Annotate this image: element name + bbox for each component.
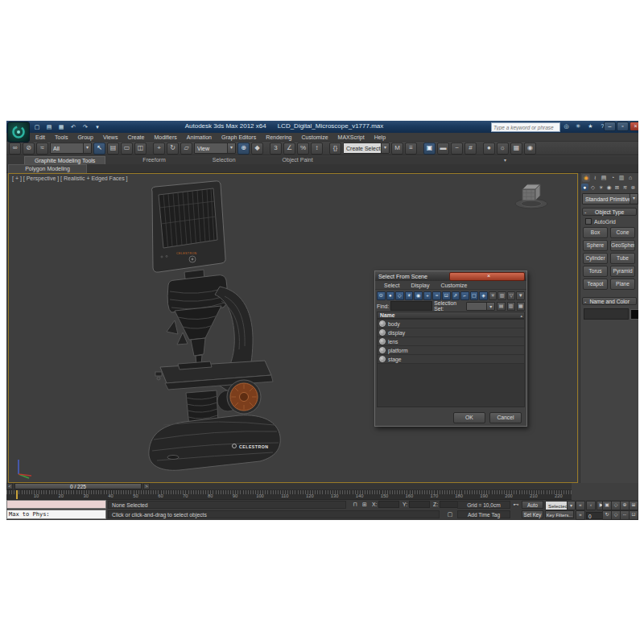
display-bones-icon[interactable]: ⌐ xyxy=(460,291,469,300)
auto-key-button[interactable]: Auto Key xyxy=(522,501,543,509)
reference-coordinate-dropdown[interactable]: View ▾ xyxy=(194,142,236,154)
paste-selection-set-icon[interactable]: ▦ xyxy=(517,302,525,311)
infocenter-search[interactable] xyxy=(491,122,560,132)
percent-snap-icon[interactable]: % xyxy=(297,142,309,155)
align-icon[interactable]: ≡ xyxy=(405,142,417,155)
select-by-name-icon[interactable]: ▤ xyxy=(107,142,119,155)
ribbon-tab[interactable]: Object Paint xyxy=(273,156,323,164)
cameras-category-icon[interactable]: ◉ xyxy=(605,184,613,191)
time-slider-handle[interactable]: 0 / 225 xyxy=(14,483,142,489)
selection-set-dropdown[interactable]: ▾ xyxy=(466,302,495,311)
filter-combinations-icon[interactable]: ▼ xyxy=(516,291,525,300)
viewport-label[interactable]: [ + ] [ Perspective ] [ Realistic + Edge… xyxy=(12,175,128,181)
ok-button[interactable]: OK xyxy=(453,412,485,423)
snaps-toggle-icon[interactable]: 3 xyxy=(270,142,282,155)
minimize-button[interactable]: – xyxy=(604,122,616,131)
filter-selection-icon[interactable]: ▽ xyxy=(507,291,516,300)
use-pivot-center-icon[interactable]: ⊕ xyxy=(237,142,250,155)
menu-item[interactable]: Views xyxy=(98,134,123,140)
communication-center-icon[interactable]: ✳ xyxy=(574,122,583,130)
display-shapes-icon[interactable]: ◇ xyxy=(395,291,404,300)
edit-named-sets-icon[interactable]: {} xyxy=(329,142,341,155)
name-column-header[interactable]: Name ▴ xyxy=(377,312,525,319)
graphite-ribbon-toggle-icon[interactable]: ▬ xyxy=(437,142,449,155)
menu-item[interactable]: Animation xyxy=(182,134,217,140)
display-cameras-icon[interactable]: ◉ xyxy=(414,291,423,300)
maxscript-listener-line[interactable]: Max to Phys: xyxy=(6,510,106,519)
primitive-button[interactable]: Sphere xyxy=(583,240,608,251)
ribbon-tab[interactable]: Freeform xyxy=(133,156,175,164)
menu-item[interactable]: Edit xyxy=(31,134,50,140)
display-groups-icon[interactable]: ⊡ xyxy=(442,291,451,300)
display-materials-icon[interactable]: ◈ xyxy=(479,291,488,300)
time-slider[interactable]: < 0 / 225 > xyxy=(6,483,572,490)
primitive-button[interactable]: Cone xyxy=(610,227,635,238)
zoom-all-icon[interactable]: ⊞ xyxy=(629,501,638,510)
menu-item[interactable]: Rendering xyxy=(261,134,296,140)
primitive-button[interactable]: Plane xyxy=(610,279,635,290)
dialog-menu-item[interactable]: Customize xyxy=(435,283,473,288)
field-of-view-icon[interactable]: ◇ xyxy=(611,501,621,510)
systems-category-icon[interactable]: ⊚ xyxy=(630,184,637,191)
restore-button[interactable]: ▫ xyxy=(617,122,629,131)
lights-category-icon[interactable]: ☀ xyxy=(597,184,605,191)
y-coordinate-field[interactable] xyxy=(409,501,430,508)
display-all-icon[interactable]: ⊙ xyxy=(377,291,386,300)
hierarchy-tab-icon[interactable]: ▤ xyxy=(600,174,608,182)
rendered-frame-window-icon[interactable]: ▦ xyxy=(510,142,522,155)
geometry-category-icon[interactable]: ● xyxy=(581,184,588,191)
modify-tab-icon[interactable]: ≀ xyxy=(591,174,599,182)
microscope-wireframe-model[interactable]: CELESTRON xyxy=(122,174,315,480)
track-bar[interactable]: 1020304050607080901001101201301401501601… xyxy=(6,490,572,500)
spinner-snap-icon[interactable]: ↕ xyxy=(311,142,323,155)
scene-object-row[interactable]: body xyxy=(378,320,524,328)
select-and-scale-icon[interactable]: ▱ xyxy=(180,142,192,155)
ribbon-minimize-icon[interactable]: ▾ xyxy=(504,157,506,163)
display-spacewarps-icon[interactable]: ≈ xyxy=(432,291,441,300)
display-helpers-icon[interactable]: + xyxy=(423,291,432,300)
favorites-icon[interactable]: ★ xyxy=(586,122,595,130)
dialog-menu-item[interactable]: Display xyxy=(405,283,435,288)
menu-item[interactable]: Group xyxy=(72,134,97,140)
copy-selection-set-icon[interactable]: ▥ xyxy=(507,302,515,311)
go-to-start-icon[interactable]: « xyxy=(576,501,585,510)
spacewarps-category-icon[interactable]: ≋ xyxy=(621,184,629,191)
named-selection-sets-dropdown[interactable]: Create Selection Se ▾ xyxy=(343,142,390,154)
go-to-frame-icon[interactable]: » xyxy=(576,510,585,520)
polygon-modeling-tab[interactable]: Polygon Modeling xyxy=(8,164,87,173)
primitive-button[interactable]: Cylinder xyxy=(583,253,608,264)
cancel-button[interactable]: Cancel xyxy=(489,412,522,423)
key-mode-dropdown[interactable]: Selected ▾ xyxy=(545,501,576,510)
add-time-tag[interactable]: Add Time Tag xyxy=(457,510,510,518)
frame-forward-button[interactable]: > xyxy=(143,483,150,489)
scene-object-list[interactable]: bodydisplaylensplatformstage xyxy=(377,319,525,407)
primitive-button[interactable]: Teapot xyxy=(583,279,608,290)
unlink-selection-icon[interactable]: ⊘ xyxy=(23,142,35,155)
key-filters-button[interactable]: Key Filters... xyxy=(545,510,574,518)
angle-snap-icon[interactable]: ∠ xyxy=(283,142,295,155)
menu-item[interactable]: Modifiers xyxy=(149,134,181,140)
display-frozen-icon[interactable]: ✳ xyxy=(489,291,497,300)
window-crossing-icon[interactable]: ◫ xyxy=(134,142,147,155)
scene-object-row[interactable]: platform xyxy=(378,346,524,355)
dialog-title-bar[interactable]: Select From Scene × xyxy=(375,271,526,281)
sort-ascending-icon[interactable]: ▴ xyxy=(520,313,524,318)
absolute-offset-icon[interactable]: ⊞ xyxy=(361,501,369,509)
autogrid-checkbox[interactable] xyxy=(585,218,592,225)
previous-frame-icon[interactable]: ‹ xyxy=(586,501,596,510)
primitive-category-dropdown[interactable]: Standard Primitives ▾ xyxy=(582,193,638,204)
search-input[interactable] xyxy=(492,125,559,130)
schematic-view-icon[interactable]: # xyxy=(464,142,477,155)
display-tab-icon[interactable]: ▥ xyxy=(617,174,625,182)
select-and-move-icon[interactable]: + xyxy=(153,142,165,155)
search-icon[interactable]: ◎ xyxy=(562,122,571,130)
rectangular-selection-region-icon[interactable]: ▭ xyxy=(121,142,133,155)
motion-tab-icon[interactable]: ◔ xyxy=(609,174,617,182)
object-type-rollout[interactable]: - Object Type xyxy=(582,208,637,216)
name-color-rollout[interactable]: - Name and Color xyxy=(582,297,637,305)
render-setup-icon[interactable]: ☼ xyxy=(497,142,509,155)
select-and-link-icon[interactable]: ∞ xyxy=(9,142,21,155)
select-object-icon[interactable]: ↖ xyxy=(93,142,105,155)
shapes-category-icon[interactable]: ◇ xyxy=(589,184,597,191)
render-production-icon[interactable]: ◉ xyxy=(524,142,536,155)
